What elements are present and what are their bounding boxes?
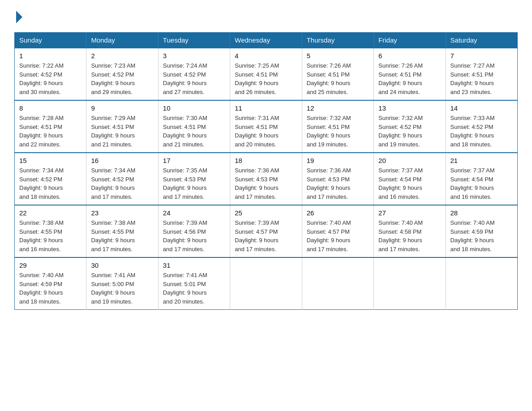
calendar-day-cell: 29 Sunrise: 7:40 AM Sunset: 4:59 PM Dayl… [15, 257, 86, 310]
weekday-header-thursday: Thursday [302, 33, 373, 48]
day-info: Sunrise: 7:33 AM Sunset: 4:52 PM Dayligh… [450, 114, 513, 149]
calendar-day-cell: 4 Sunrise: 7:25 AM Sunset: 4:51 PM Dayli… [230, 48, 302, 100]
day-number: 3 [163, 52, 225, 60]
day-info: Sunrise: 7:34 AM Sunset: 4:52 PM Dayligh… [19, 166, 82, 201]
calendar-day-cell: 10 Sunrise: 7:30 AM Sunset: 4:51 PM Dayl… [158, 100, 230, 153]
weekday-header-saturday: Saturday [446, 33, 517, 48]
weekday-header-wednesday: Wednesday [230, 33, 302, 48]
calendar-day-cell: 8 Sunrise: 7:28 AM Sunset: 4:51 PM Dayli… [15, 100, 86, 153]
calendar-day-cell: 25 Sunrise: 7:39 AM Sunset: 4:57 PM Dayl… [230, 205, 302, 257]
day-number: 8 [19, 104, 82, 112]
day-info: Sunrise: 7:29 AM Sunset: 4:51 PM Dayligh… [91, 114, 153, 149]
calendar-day-cell: 24 Sunrise: 7:39 AM Sunset: 4:56 PM Dayl… [158, 205, 230, 257]
day-number: 7 [450, 52, 513, 60]
day-info: Sunrise: 7:28 AM Sunset: 4:51 PM Dayligh… [19, 114, 82, 149]
day-info: Sunrise: 7:32 AM Sunset: 4:52 PM Dayligh… [378, 114, 441, 149]
day-info: Sunrise: 7:37 AM Sunset: 4:54 PM Dayligh… [378, 166, 441, 201]
day-number: 22 [19, 209, 82, 217]
day-number: 19 [307, 157, 369, 164]
day-info: Sunrise: 7:25 AM Sunset: 4:51 PM Dayligh… [235, 61, 297, 96]
calendar-day-cell: 7 Sunrise: 7:27 AM Sunset: 4:51 PM Dayli… [446, 48, 517, 100]
day-info: Sunrise: 7:26 AM Sunset: 4:51 PM Dayligh… [307, 61, 369, 96]
day-number: 4 [235, 52, 297, 60]
calendar-day-cell: 31 Sunrise: 7:41 AM Sunset: 5:01 PM Dayl… [158, 257, 230, 310]
logo [14, 11, 22, 24]
day-number: 12 [307, 104, 369, 112]
calendar-week-row: 8 Sunrise: 7:28 AM Sunset: 4:51 PM Dayli… [15, 100, 518, 153]
weekday-header-monday: Monday [86, 33, 158, 48]
calendar-day-cell: 15 Sunrise: 7:34 AM Sunset: 4:52 PM Dayl… [15, 153, 86, 205]
calendar-day-cell: 16 Sunrise: 7:34 AM Sunset: 4:52 PM Dayl… [86, 153, 158, 205]
calendar-week-row: 15 Sunrise: 7:34 AM Sunset: 4:52 PM Dayl… [15, 153, 518, 205]
calendar-day-cell: 28 Sunrise: 7:40 AM Sunset: 4:59 PM Dayl… [446, 205, 517, 257]
calendar-day-cell: 6 Sunrise: 7:26 AM Sunset: 4:51 PM Dayli… [374, 48, 446, 100]
calendar-day-cell: 14 Sunrise: 7:33 AM Sunset: 4:52 PM Dayl… [446, 100, 517, 153]
day-number: 1 [19, 52, 82, 60]
calendar-day-cell: 20 Sunrise: 7:37 AM Sunset: 4:54 PM Dayl… [374, 153, 446, 205]
calendar-day-cell: 2 Sunrise: 7:23 AM Sunset: 4:52 PM Dayli… [86, 48, 158, 100]
day-info: Sunrise: 7:37 AM Sunset: 4:54 PM Dayligh… [450, 166, 513, 201]
calendar-table: SundayMondayTuesdayWednesdayThursdayFrid… [14, 32, 518, 310]
calendar-day-cell: 19 Sunrise: 7:36 AM Sunset: 4:53 PM Dayl… [302, 153, 373, 205]
day-info: Sunrise: 7:32 AM Sunset: 4:51 PM Dayligh… [307, 114, 369, 149]
calendar-day-cell: 26 Sunrise: 7:40 AM Sunset: 4:57 PM Dayl… [302, 205, 373, 257]
day-info: Sunrise: 7:34 AM Sunset: 4:52 PM Dayligh… [91, 166, 153, 201]
day-number: 21 [450, 157, 513, 164]
day-number: 5 [307, 52, 369, 60]
day-number: 25 [235, 209, 297, 217]
day-info: Sunrise: 7:31 AM Sunset: 4:51 PM Dayligh… [235, 114, 297, 149]
calendar-header: SundayMondayTuesdayWednesdayThursdayFrid… [15, 33, 518, 48]
weekday-header-sunday: Sunday [15, 33, 86, 48]
calendar-day-cell: 1 Sunrise: 7:22 AM Sunset: 4:52 PM Dayli… [15, 48, 86, 100]
day-info: Sunrise: 7:39 AM Sunset: 4:57 PM Dayligh… [235, 218, 297, 253]
day-number: 29 [19, 261, 82, 269]
day-number: 15 [19, 157, 82, 164]
day-number: 16 [91, 157, 153, 164]
calendar-day-cell: 17 Sunrise: 7:35 AM Sunset: 4:53 PM Dayl… [158, 153, 230, 205]
calendar-day-cell [230, 257, 302, 310]
day-info: Sunrise: 7:36 AM Sunset: 4:53 PM Dayligh… [307, 166, 369, 201]
day-info: Sunrise: 7:38 AM Sunset: 4:55 PM Dayligh… [19, 218, 82, 253]
day-number: 2 [91, 52, 153, 60]
day-number: 10 [163, 104, 225, 112]
day-info: Sunrise: 7:41 AM Sunset: 5:00 PM Dayligh… [91, 271, 153, 306]
day-number: 31 [163, 261, 225, 269]
day-info: Sunrise: 7:40 AM Sunset: 4:58 PM Dayligh… [378, 218, 441, 253]
logo-arrow-icon [16, 11, 22, 23]
day-info: Sunrise: 7:38 AM Sunset: 4:55 PM Dayligh… [91, 218, 153, 253]
day-number: 26 [307, 209, 369, 217]
day-info: Sunrise: 7:23 AM Sunset: 4:52 PM Dayligh… [91, 61, 153, 96]
day-number: 14 [450, 104, 513, 112]
day-number: 13 [378, 104, 441, 112]
calendar-day-cell: 9 Sunrise: 7:29 AM Sunset: 4:51 PM Dayli… [86, 100, 158, 153]
day-number: 9 [91, 104, 153, 112]
calendar-day-cell: 30 Sunrise: 7:41 AM Sunset: 5:00 PM Dayl… [86, 257, 158, 310]
day-number: 28 [450, 209, 513, 217]
day-number: 20 [378, 157, 441, 164]
calendar-day-cell: 12 Sunrise: 7:32 AM Sunset: 4:51 PM Dayl… [302, 100, 373, 153]
calendar-week-row: 22 Sunrise: 7:38 AM Sunset: 4:55 PM Dayl… [15, 205, 518, 257]
day-info: Sunrise: 7:24 AM Sunset: 4:52 PM Dayligh… [163, 61, 225, 96]
calendar-day-cell: 13 Sunrise: 7:32 AM Sunset: 4:52 PM Dayl… [374, 100, 446, 153]
day-info: Sunrise: 7:26 AM Sunset: 4:51 PM Dayligh… [378, 61, 441, 96]
day-number: 11 [235, 104, 297, 112]
day-info: Sunrise: 7:35 AM Sunset: 4:53 PM Dayligh… [163, 166, 225, 201]
calendar-day-cell: 5 Sunrise: 7:26 AM Sunset: 4:51 PM Dayli… [302, 48, 373, 100]
day-info: Sunrise: 7:22 AM Sunset: 4:52 PM Dayligh… [19, 61, 82, 96]
calendar-day-cell: 27 Sunrise: 7:40 AM Sunset: 4:58 PM Dayl… [374, 205, 446, 257]
day-info: Sunrise: 7:40 AM Sunset: 4:59 PM Dayligh… [450, 218, 513, 253]
calendar-day-cell [302, 257, 373, 310]
day-info: Sunrise: 7:40 AM Sunset: 4:57 PM Dayligh… [307, 218, 369, 253]
weekday-header-friday: Friday [374, 33, 446, 48]
day-info: Sunrise: 7:40 AM Sunset: 4:59 PM Dayligh… [19, 271, 82, 306]
weekday-header-tuesday: Tuesday [158, 33, 230, 48]
calendar-day-cell [446, 257, 517, 310]
day-number: 6 [378, 52, 441, 60]
day-number: 27 [378, 209, 441, 217]
weekday-header-row: SundayMondayTuesdayWednesdayThursdayFrid… [15, 33, 518, 48]
calendar-day-cell: 3 Sunrise: 7:24 AM Sunset: 4:52 PM Dayli… [158, 48, 230, 100]
calendar-day-cell: 18 Sunrise: 7:36 AM Sunset: 4:53 PM Dayl… [230, 153, 302, 205]
page-header [14, 11, 518, 24]
calendar-day-cell: 11 Sunrise: 7:31 AM Sunset: 4:51 PM Dayl… [230, 100, 302, 153]
day-number: 17 [163, 157, 225, 164]
